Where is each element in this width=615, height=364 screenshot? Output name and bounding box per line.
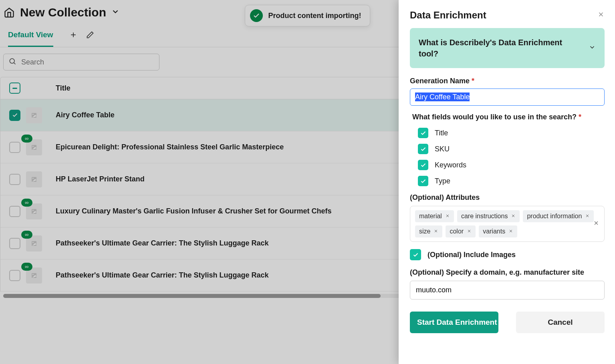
infinity-badge-icon: ∞: [21, 231, 32, 239]
domain-input[interactable]: [410, 281, 605, 300]
attribute-tag[interactable]: material: [415, 210, 454, 222]
tag-remove-icon[interactable]: [445, 213, 450, 220]
row-thumbnail: ∞: [26, 267, 42, 284]
domain-label: (Optional) Specify a domain, e.g. manufa…: [410, 268, 605, 277]
tag-label: care instructions: [461, 213, 508, 220]
tag-remove-icon[interactable]: [508, 228, 513, 235]
tag-label: product information: [527, 213, 582, 220]
row-checkbox[interactable]: [9, 238, 20, 249]
svg-point-11: [32, 210, 34, 211]
row-checkbox[interactable]: [9, 270, 20, 281]
row-checkbox[interactable]: [9, 110, 20, 121]
field-label: SKU: [435, 145, 450, 153]
fields-checklist: Title SKU Keywords Type: [418, 128, 605, 186]
svg-point-2: [10, 58, 14, 63]
panel-title: Data Enrichment: [410, 10, 486, 21]
svg-point-5: [32, 114, 34, 115]
header-checkbox[interactable]: [9, 82, 20, 94]
tag-label: size: [419, 228, 430, 235]
attribute-tag[interactable]: size: [415, 225, 442, 237]
data-enrichment-panel: Data Enrichment What is Describely's Dat…: [399, 0, 615, 364]
svg-line-3: [14, 63, 16, 64]
tag-remove-icon[interactable]: [511, 213, 516, 220]
include-images-label: (Optional) Include Images: [427, 251, 516, 259]
infinity-badge-icon: ∞: [21, 135, 32, 143]
field-label: Type: [435, 177, 450, 185]
row-checkbox[interactable]: [9, 174, 20, 185]
row-thumbnail: [26, 107, 42, 123]
field-checkbox[interactable]: [418, 160, 428, 170]
home-icon: [3, 6, 15, 18]
tag-label: variants: [483, 228, 505, 235]
row-checkbox[interactable]: [9, 142, 20, 153]
infinity-badge-icon: ∞: [21, 199, 32, 207]
accordion-title: What is Describely's Data Enrichment too…: [419, 37, 571, 59]
tag-label: color: [450, 228, 464, 235]
generation-name-label: Generation Name *: [410, 77, 605, 85]
cancel-button[interactable]: Cancel: [516, 312, 605, 333]
search-icon: [8, 57, 16, 67]
edit-tab-icon[interactable]: [86, 31, 94, 40]
row-thumbnail: ∞: [26, 235, 42, 251]
field-checkbox[interactable]: [418, 176, 428, 186]
attribute-tag[interactable]: product information: [523, 210, 594, 222]
generation-name-input[interactable]: Airy Coffee Table: [410, 88, 605, 106]
field-check-item[interactable]: Title: [418, 128, 605, 138]
toast-notification: Product content importing!: [245, 5, 371, 26]
field-checkbox[interactable]: [418, 144, 428, 154]
tag-label: material: [419, 213, 442, 220]
svg-point-9: [32, 178, 34, 179]
clear-tags-icon[interactable]: [593, 220, 599, 228]
field-label: Title: [435, 129, 448, 137]
attribute-tag[interactable]: care instructions: [457, 210, 520, 222]
attribute-tag[interactable]: color: [446, 225, 476, 237]
add-tab-icon[interactable]: [69, 31, 77, 40]
field-check-item[interactable]: Type: [418, 176, 605, 186]
toast-message: Product content importing!: [268, 12, 361, 20]
info-accordion[interactable]: What is Describely's Data Enrichment too…: [410, 28, 605, 68]
success-icon: [250, 9, 263, 22]
include-images-checkbox[interactable]: [410, 249, 421, 260]
infinity-badge-icon: ∞: [21, 263, 32, 271]
field-checkbox[interactable]: [418, 128, 428, 138]
close-icon[interactable]: [597, 11, 605, 20]
row-checkbox[interactable]: [9, 206, 20, 217]
tag-remove-icon[interactable]: [585, 213, 590, 220]
page-title: New Collection: [20, 6, 106, 19]
tag-remove-icon[interactable]: [434, 228, 438, 235]
start-enrichment-button[interactable]: Start Data Enrichment: [410, 312, 498, 333]
attribute-tag[interactable]: variants: [479, 225, 517, 237]
attributes-tag-box[interactable]: materialcare instructionsproduct informa…: [410, 206, 605, 242]
search-input-wrapper[interactable]: [3, 54, 159, 70]
row-thumbnail: [26, 171, 42, 187]
svg-point-13: [32, 242, 34, 243]
include-images-row[interactable]: (Optional) Include Images: [410, 249, 605, 260]
field-check-item[interactable]: SKU: [418, 144, 605, 154]
tab-default-view[interactable]: Default View: [8, 30, 53, 47]
tag-remove-icon[interactable]: [467, 228, 472, 235]
row-thumbnail: ∞: [26, 203, 42, 219]
svg-point-7: [32, 146, 34, 147]
chevron-down-icon[interactable]: [111, 7, 120, 18]
attributes-label: (Optional) Attributes: [410, 193, 605, 202]
fields-question: What fields would you like to use in the…: [412, 113, 605, 121]
chevron-down-icon: [589, 44, 596, 52]
svg-point-15: [32, 274, 34, 275]
row-thumbnail: ∞: [26, 139, 42, 155]
field-check-item[interactable]: Keywords: [418, 160, 605, 170]
field-label: Keywords: [435, 161, 466, 169]
search-input[interactable]: [21, 58, 154, 66]
